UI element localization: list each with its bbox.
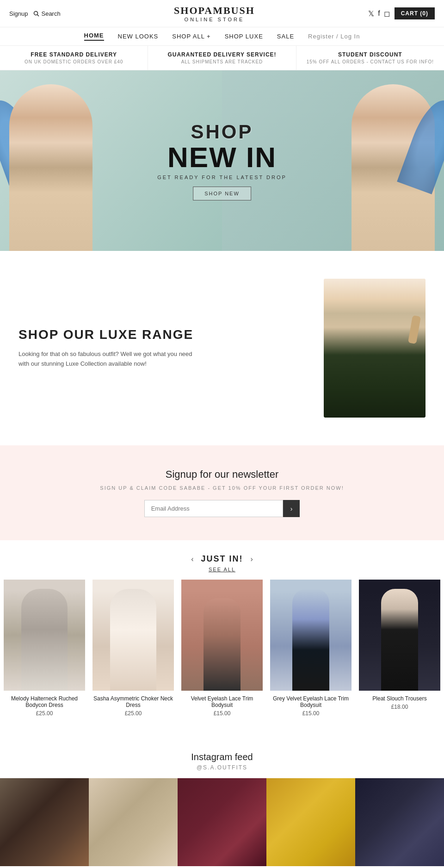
luxe-desc: Looking for that oh so fabulous outfit? … <box>18 350 194 369</box>
next-arrow[interactable]: › <box>251 555 253 563</box>
product-price-2: £25.00 <box>92 710 174 717</box>
instagram-handle: @S.A.OUTFITS <box>0 764 444 771</box>
insta-image-5[interactable] <box>355 778 444 866</box>
promo-student-title: STUDENT DISCOUNT <box>301 51 439 58</box>
product-name-4: Grey Velvet Eyelash Lace Trim Bodysuit <box>270 695 352 708</box>
svg-line-1 <box>37 14 39 16</box>
instagram-icon[interactable]: ◻ <box>384 9 390 18</box>
top-bar-right: 𝕏 f ◻ CART (0) <box>368 7 435 19</box>
cart-button[interactable]: CART (0) <box>395 7 435 19</box>
product-image-1 <box>4 580 85 691</box>
nav-home[interactable]: HOME <box>84 32 104 41</box>
search-wrap[interactable]: Search <box>33 10 60 17</box>
luxe-section: SHOP OUR LUXE RANGE Looking for that oh … <box>0 251 444 445</box>
promo-tracked: GUARANTEED DELIVERY SERVICE! ALL SHIPMEN… <box>148 46 296 70</box>
prev-arrow[interactable]: ‹ <box>191 555 193 563</box>
nav-register[interactable]: Register / Log In <box>308 33 360 40</box>
just-in-section: ‹ JUST IN! › SEE ALL Melody Halterneck R… <box>0 540 444 738</box>
top-bar-left: Signup Search <box>9 10 61 17</box>
promo-tracked-title: GUARANTEED DELIVERY SERVICE! <box>153 51 291 58</box>
person-left <box>9 84 92 251</box>
logo-main: SHOPAMBUSH <box>174 5 255 17</box>
product-price-1: £25.00 <box>4 710 85 717</box>
nav-new-looks[interactable]: NEW LOOKS <box>118 33 159 40</box>
see-all-link[interactable]: SEE ALL <box>0 567 444 572</box>
nav-shop-all[interactable]: SHOP ALL + <box>172 33 210 40</box>
product-name-5: Pleat Slouch Trousers <box>359 695 440 702</box>
newsletter-title: Signup for our newsletter <box>9 468 435 481</box>
product-card-2: Sasha Asymmetric Choker Neck Dress £25.0… <box>89 580 178 724</box>
just-in-header: ‹ JUST IN! › <box>0 554 444 564</box>
promo-student: STUDENT DISCOUNT 15% OFF ALL ORDERS - CO… <box>296 46 444 70</box>
facebook-icon[interactable]: f <box>378 9 380 18</box>
instagram-title: Instagram feed <box>0 752 444 762</box>
product-name-2: Sasha Asymmetric Choker Neck Dress <box>92 695 174 708</box>
product-name-1: Melody Halterneck Ruched Bodycon Dress <box>4 695 85 708</box>
product-price-4: £15.00 <box>270 710 352 717</box>
promo-delivery-sub: ON UK DOMESTIC ORDERS OVER £40 <box>5 59 143 64</box>
promo-delivery-title: FREE STANDARD DELIVERY <box>5 51 143 58</box>
luxe-text: SHOP OUR LUXE RANGE Looking for that oh … <box>18 327 305 369</box>
twitter-icon[interactable]: 𝕏 <box>368 9 374 18</box>
insta-image-2[interactable] <box>89 778 178 866</box>
product-card-1: Melody Halterneck Ruched Bodycon Dress £… <box>0 580 89 724</box>
newsletter-form: › <box>9 500 435 517</box>
newsletter-submit-button[interactable]: › <box>283 500 300 517</box>
svg-point-0 <box>34 11 38 15</box>
main-nav: HOME NEW LOOKS SHOP ALL + SHOP LUXE SALE… <box>0 27 444 46</box>
logo-sub: ONLINE STORE <box>174 17 255 22</box>
hero-line2: NEW IN <box>157 143 287 172</box>
nav-shop-luxe[interactable]: SHOP LUXE <box>225 33 263 40</box>
newsletter-section: Signup for our newsletter SIGN UP & CLAI… <box>0 445 444 540</box>
search-label: Search <box>41 10 60 17</box>
luxe-title: SHOP OUR LUXE RANGE <box>18 327 305 342</box>
search-icon <box>33 11 39 17</box>
top-bar: Signup Search SHOPAMBUSH ONLINE STORE 𝕏 … <box>0 0 444 27</box>
product-image-5 <box>359 580 440 691</box>
product-image-2 <box>92 580 174 691</box>
product-price-3: £15.00 <box>181 710 263 717</box>
insta-image-1[interactable] <box>0 778 89 866</box>
instagram-section: Instagram feed @S.A.OUTFITS <box>0 738 444 866</box>
hero-sub: GET READY FOR THE LATEST DROP <box>157 175 287 180</box>
signup-link[interactable]: Signup <box>9 10 28 17</box>
instagram-grid <box>0 778 444 866</box>
hero-banner: SHOP NEW IN GET READY FOR THE LATEST DRO… <box>0 70 444 251</box>
product-image-4 <box>270 580 352 691</box>
hero-text: SHOP NEW IN GET READY FOR THE LATEST DRO… <box>157 121 287 200</box>
hero-shop-button[interactable]: SHOP NEW <box>193 187 251 200</box>
hero-line1: SHOP <box>157 121 287 143</box>
product-card-3: Velvet Eyelash Lace Trim Bodysuit £15.00 <box>178 580 266 724</box>
promo-banner: FREE STANDARD DELIVERY ON UK DOMESTIC OR… <box>0 46 444 70</box>
products-grid: Melody Halterneck Ruched Bodycon Dress £… <box>0 580 444 724</box>
luxe-image <box>324 279 426 418</box>
product-card-4: Grey Velvet Eyelash Lace Trim Bodysuit £… <box>266 580 355 724</box>
promo-delivery: FREE STANDARD DELIVERY ON UK DOMESTIC OR… <box>0 46 148 70</box>
insta-image-3[interactable] <box>178 778 266 866</box>
product-price-5: £18.00 <box>359 704 440 710</box>
promo-student-sub: 15% OFF ALL ORDERS - CONTACT US FOR INFO… <box>301 59 439 64</box>
just-in-title: JUST IN! <box>201 554 243 564</box>
newsletter-sub: SIGN UP & CLAIM CODE SABABE - GET 10% OF… <box>9 485 435 491</box>
social-icons: 𝕏 f ◻ <box>368 9 389 18</box>
nav-sale[interactable]: SALE <box>277 33 294 40</box>
insta-image-4[interactable] <box>266 778 355 866</box>
promo-tracked-sub: ALL SHIPMENTS ARE TRACKED <box>153 59 291 64</box>
email-input[interactable] <box>144 500 283 517</box>
product-name-3: Velvet Eyelash Lace Trim Bodysuit <box>181 695 263 708</box>
product-card-5: Pleat Slouch Trousers £18.00 <box>355 580 444 724</box>
product-image-3 <box>181 580 263 691</box>
logo: SHOPAMBUSH ONLINE STORE <box>174 5 255 22</box>
